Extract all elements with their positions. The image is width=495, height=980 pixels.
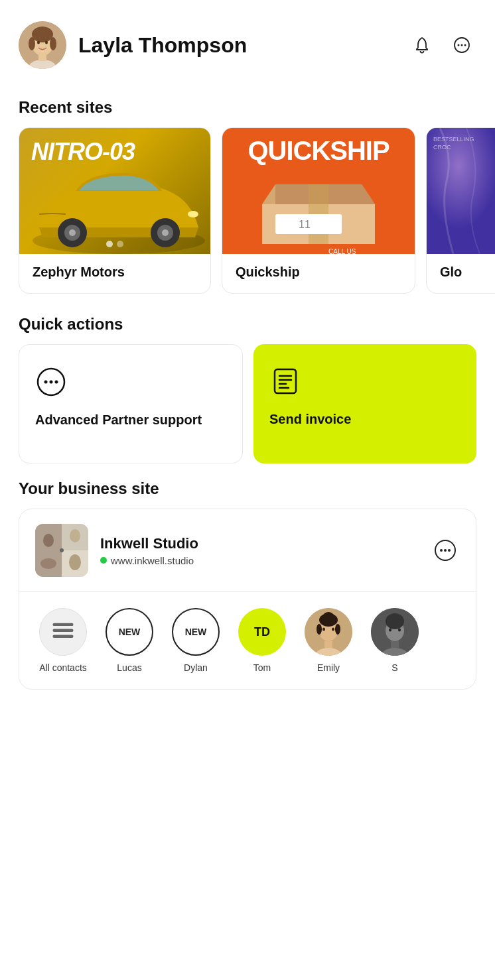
svg-text:11: 11 — [299, 219, 311, 230]
business-card-header: Inkwell Studio www.inkwell.studio — [19, 509, 476, 592]
emily-avatar — [305, 608, 352, 656]
user-name: Layla Thompson — [78, 33, 395, 58]
svg-text:BESTSELLING: BESTSELLING — [433, 136, 474, 143]
contact-dylan[interactable]: NEW Dylan — [163, 608, 229, 673]
svg-rect-52 — [52, 635, 73, 637]
svg-point-30 — [44, 381, 48, 384]
svg-point-49 — [448, 549, 451, 552]
svg-point-69 — [398, 629, 401, 632]
business-thumb — [35, 524, 88, 577]
site-card-zephyr-label: Zephyr Motors — [19, 254, 210, 293]
business-url-text: www.inkwell.studio — [111, 555, 194, 566]
all-contacts-label: All contacts — [39, 662, 87, 673]
lucas-avatar: NEW — [106, 608, 153, 656]
site-card-glo[interactable]: BESTSELLING CROC Glo — [426, 127, 495, 294]
svg-point-32 — [55, 381, 58, 384]
business-site-section: Inkwell Studio www.inkwell.studio — [0, 509, 495, 703]
svg-point-47 — [440, 549, 443, 552]
business-site-title: Your business site — [0, 463, 495, 509]
svg-point-16 — [69, 229, 76, 236]
messages-icon — [453, 36, 471, 54]
dylan-avatar: NEW — [172, 608, 220, 656]
contacts-row: All contacts NEW Lucas NEW Dylan TD — [19, 592, 476, 689]
svg-point-61 — [322, 628, 325, 631]
contact-s[interactable]: S — [362, 608, 428, 673]
glo-illustration: BESTSELLING CROC — [427, 128, 495, 254]
action-partner-support[interactable]: Advanced Partner support — [19, 344, 243, 463]
contact-all[interactable]: All contacts — [30, 608, 96, 673]
contact-emily[interactable]: Emily — [295, 608, 362, 673]
all-contacts-avatar — [39, 608, 87, 656]
s-label: S — [391, 662, 397, 673]
s-avatar — [371, 608, 419, 656]
header-icons — [407, 31, 476, 60]
svg-point-44 — [69, 554, 81, 570]
site-card-glo-label: Glo — [427, 254, 495, 293]
contact-lucas[interactable]: NEW Lucas — [96, 608, 163, 673]
quickship-thumb-text: QUICKSHIP — [222, 136, 415, 166]
svg-point-42 — [40, 558, 56, 569]
recent-sites-scroll: NITRO-03 — [0, 127, 495, 299]
svg-point-45 — [60, 548, 64, 552]
svg-point-48 — [444, 549, 447, 552]
business-card: Inkwell Studio www.inkwell.studio — [19, 509, 476, 690]
svg-rect-65 — [391, 641, 399, 648]
svg-point-31 — [50, 381, 53, 384]
contact-tom[interactable]: TD Tom — [229, 608, 295, 673]
quick-actions-title: Quick actions — [0, 299, 495, 344]
pagination-dots — [106, 241, 123, 247]
svg-rect-55 — [324, 641, 332, 648]
business-name: Inkwell Studio — [100, 535, 419, 552]
site-card-zephyr[interactable]: NITRO-03 — [19, 127, 211, 294]
business-chat-button[interactable] — [431, 536, 460, 565]
svg-point-59 — [317, 624, 322, 635]
bell-icon — [413, 36, 431, 54]
tom-avatar: TD — [238, 608, 286, 656]
svg-point-11 — [461, 44, 463, 46]
header: Layla Thompson — [0, 0, 495, 82]
send-invoice-icon — [269, 365, 301, 397]
svg-point-5 — [29, 37, 35, 50]
business-url: www.inkwell.studio — [100, 555, 419, 566]
box-illustration: 11 CALL US — [222, 151, 415, 254]
svg-point-19 — [162, 229, 169, 236]
svg-rect-50 — [52, 623, 73, 626]
svg-rect-33 — [275, 369, 296, 393]
lucas-label: Lucas — [117, 662, 141, 673]
svg-point-60 — [335, 624, 340, 635]
svg-point-7 — [37, 41, 40, 44]
contacts-list-icon — [50, 619, 76, 645]
site-card-quickship[interactable]: QUICKSHIP 11 CALL US Quickship — [222, 127, 415, 294]
car-illustration — [19, 154, 210, 254]
messages-button[interactable] — [447, 31, 476, 60]
zephyr-thumb: NITRO-03 — [19, 128, 210, 254]
svg-point-20 — [188, 211, 198, 217]
svg-point-62 — [332, 628, 334, 631]
svg-point-8 — [45, 41, 48, 44]
svg-point-68 — [389, 629, 391, 632]
svg-point-43 — [70, 529, 80, 542]
send-invoice-label: Send invoice — [269, 410, 460, 428]
online-indicator — [100, 557, 107, 564]
chat-icon — [433, 538, 457, 562]
svg-rect-51 — [52, 629, 73, 632]
svg-point-6 — [50, 37, 56, 50]
recent-sites-title: Recent sites — [0, 82, 495, 127]
site-card-quickship-label: Quickship — [222, 254, 415, 293]
partner-support-icon — [35, 366, 67, 398]
emily-label: Emily — [317, 662, 340, 673]
svg-point-4 — [32, 27, 53, 42]
action-send-invoice[interactable]: Send invoice — [253, 344, 476, 463]
svg-point-10 — [458, 44, 460, 46]
tom-label: Tom — [253, 662, 271, 673]
partner-support-label: Advanced Partner support — [35, 411, 226, 428]
svg-point-58 — [323, 612, 334, 620]
glo-thumb: BESTSELLING CROC — [427, 128, 495, 254]
quick-actions-grid: Advanced Partner support Send invoice — [0, 344, 495, 463]
svg-point-41 — [43, 534, 54, 547]
emily-portrait — [305, 608, 352, 656]
business-info: Inkwell Studio www.inkwell.studio — [100, 535, 419, 566]
svg-point-67 — [386, 613, 404, 629]
svg-point-12 — [464, 44, 466, 46]
notification-button[interactable] — [407, 31, 437, 60]
